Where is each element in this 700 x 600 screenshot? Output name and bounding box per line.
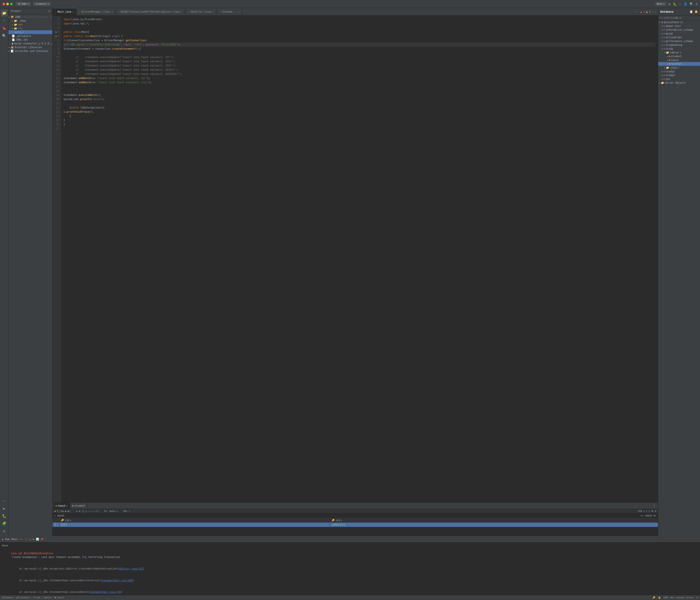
sidebar-item-gitignore[interactable]: 📄 .gitignore (8, 34, 52, 38)
db-remove-icon[interactable]: − (662, 17, 663, 19)
db-ddl-button[interactable]: DDL (675, 17, 679, 19)
debug-button[interactable]: 🐛 (673, 2, 677, 6)
breadcrumb-database[interactable]: Database (2, 596, 13, 599)
schema-icon[interactable]: ⬡ (96, 510, 98, 512)
query-tab-student[interactable]: ⊞ student (70, 503, 88, 509)
tab-close-icon[interactable]: ✕ (111, 10, 113, 13)
pause-icon[interactable]: ⏸ (32, 538, 35, 541)
db-sync-icon[interactable]: ⟳ (667, 17, 669, 19)
rerun-icon[interactable]: ↻ (29, 538, 31, 541)
db-icon-1[interactable]: 📋 (690, 10, 693, 13)
db-icon-2[interactable]: 🔔 (695, 10, 698, 13)
sidebar-item-mysql-connector[interactable]: ▣ mysql-connector-j-8.2.0.jar (8, 42, 52, 45)
activity-project[interactable]: 📁 (1, 10, 7, 17)
sidebar-item-main[interactable]: ● Main (8, 30, 52, 34)
run-tab-close[interactable]: ✕ (20, 538, 22, 541)
sidebar-item-src[interactable]: ▾ 📂 src (8, 26, 52, 30)
pin-icon[interactable]: 📌 (40, 538, 44, 541)
activity-terminal[interactable]: ⊡ (1, 528, 7, 534)
query-tab-teach[interactable]: ⊞ teach ✕ (53, 503, 70, 509)
table-row[interactable]: 1 3123 199012312 (53, 523, 658, 527)
db-item-staybooking[interactable]: ▸ ⊗ staybooking (658, 43, 700, 47)
view-icon[interactable]: 👁 (651, 510, 653, 512)
ddl-button[interactable]: DDL (123, 510, 128, 512)
db-item-online-order[interactable]: ▸ ⊗ onlineOrder (658, 35, 700, 39)
db-item-sys[interactable]: ▸ ⊗ sys (658, 77, 700, 81)
download-icon[interactable]: ⬇ (646, 510, 647, 512)
db-item-info-schema[interactable]: ▸ ⊗ information_schema (658, 28, 700, 32)
branch-selector[interactable]: ⎇ master ▾ (33, 2, 51, 6)
eye-icon[interactable]: ⊙ (79, 510, 80, 512)
csv-dropdown-icon[interactable]: ▾ (644, 510, 645, 512)
db-item-localhost[interactable]: ▾ 🖥 @localhost 10 (658, 20, 700, 24)
activity-vcs[interactable]: ⑂ (1, 17, 7, 24)
tab-sql-error[interactable]: ☕ SQLError.class ✕ (185, 8, 217, 16)
sidebar-item-idea[interactable]: ▸ 📂 .idea (8, 19, 52, 23)
db-item-perf-schema[interactable]: ▸ ⊗ performance_schema (658, 39, 700, 43)
tab-close-icon[interactable]: ✕ (181, 10, 182, 13)
tab-statemnt[interactable]: ☕ Stateme... ✕ (217, 8, 242, 16)
nav-end-icon[interactable]: ▶| (68, 510, 70, 512)
db-add-icon[interactable]: + (659, 17, 661, 19)
db-item-teacher[interactable]: ▸ ⊞ teacher (658, 62, 700, 66)
more-button[interactable]: ⋯ (679, 2, 681, 6)
breadcrumb-study[interactable]: study (33, 596, 40, 599)
tab-close-icon[interactable]: ✕ (73, 11, 74, 13)
expand-icon[interactable]: ⌃ (652, 10, 653, 13)
activity-more[interactable]: ⋯ (1, 497, 7, 504)
nav-prev-icon[interactable]: ◀ (54, 510, 56, 512)
search-icon[interactable]: ⌕ (129, 510, 130, 512)
nav-next-icon[interactable]: ▶ (65, 510, 67, 512)
collapse-icon[interactable]: ⌄ (655, 10, 656, 13)
db-edit-icon[interactable]: ✎ (672, 17, 674, 19)
settings-button[interactable]: ⚙ (696, 2, 698, 6)
db-item-student[interactable]: ▸ ⊞ student (658, 54, 700, 58)
db-item-teach[interactable]: ▸ ⊞ teach (658, 58, 700, 62)
activity-search[interactable]: 🔍 (1, 32, 7, 39)
tid-col-header[interactable]: 🔑 tid ⇅ (59, 518, 330, 523)
sidebar-item-jdbc[interactable]: ▸ 📦 JDBC ~/Desktop/CS/JavaEE/1 Ja (8, 15, 52, 19)
sidebar-item-scratches[interactable]: ▸ 📝 Scratches and Consoles (8, 49, 52, 53)
more-icon[interactable]: ⋮ (45, 538, 47, 541)
settings-icon[interactable]: ⚙ (655, 510, 656, 512)
run-config-selector[interactable]: Main ▾ (655, 2, 666, 6)
db-item-views[interactable]: ▸ 📁 views 2 (658, 66, 700, 70)
tab-mysql-trans[interactable]: ☕ MySQLTransactionRollbackException.clas… (116, 8, 185, 16)
tab-close-icon[interactable]: ✕ (213, 10, 214, 13)
add-row-icon[interactable]: + (86, 510, 87, 512)
db-filter-icon[interactable]: ⬡ (670, 17, 672, 19)
sidebar-item-jdbc-iml[interactable]: 📄 JDBC.iml (8, 38, 52, 42)
sort-icon[interactable]: ⇅ (341, 519, 342, 522)
stack-link-3[interactable]: StatementImpl.java:799 (89, 591, 121, 594)
code-content[interactable]: import java.io.PrintWriter; import java.… (61, 16, 658, 502)
stop-icon[interactable]: ⬛ (25, 538, 28, 541)
refresh-icon[interactable]: ↻ (76, 510, 78, 512)
tab-main-java[interactable]: ☕ Main.java ✕ (53, 8, 76, 16)
breadcrumb-teach[interactable]: teach (57, 596, 64, 599)
db-item-study[interactable]: ▾ ⊗ study (658, 47, 700, 51)
db-item-mysql[interactable]: ▸ ⊗ mysql (658, 32, 700, 35)
revert-icon[interactable]: ↩ (91, 510, 93, 512)
db-refresh-icon[interactable]: ↻ (664, 17, 666, 19)
db-item-server-objects[interactable]: ▸ 📁 Server Objects (658, 81, 700, 85)
apply-icon[interactable]: ↪ (94, 510, 95, 512)
sort-icon[interactable]: ⇅ (70, 519, 72, 522)
search-button[interactable]: 🔍 (690, 2, 693, 6)
coverage-icon[interactable]: 📊 (36, 538, 39, 541)
activity-run[interactable]: ▶ (1, 505, 7, 512)
db-menu-icon[interactable]: ≡ (679, 17, 681, 19)
sid-col-header[interactable]: 🔑 sid ⇅ (330, 518, 658, 523)
db-item-study2[interactable]: ▸ ⊗ study2 (658, 70, 700, 73)
sidebar-item-external-libs[interactable]: ▸ 📚 External Libraries (8, 45, 52, 49)
project-selector[interactable]: JD JDBC ▾ (16, 2, 31, 6)
tab-driver-manager[interactable]: ☕ DriverManager.class ✕ (76, 8, 116, 16)
breadcrumb-tables[interactable]: tables (43, 596, 52, 599)
stop-icon[interactable]: ⬛ (81, 510, 84, 512)
activity-plugins[interactable]: 🧩 (1, 520, 7, 527)
maximize-button[interactable] (10, 3, 12, 5)
query-tab-more[interactable]: ⋮ (651, 504, 657, 507)
sidebar-gear-icon[interactable]: ⚙ (48, 10, 50, 12)
tab-overflow-button[interactable]: ⋯ (634, 10, 639, 13)
db-item-ebean-test[interactable]: ▸ ⊗ ebean_test (658, 24, 700, 28)
run-button[interactable]: ▶ (669, 2, 671, 6)
